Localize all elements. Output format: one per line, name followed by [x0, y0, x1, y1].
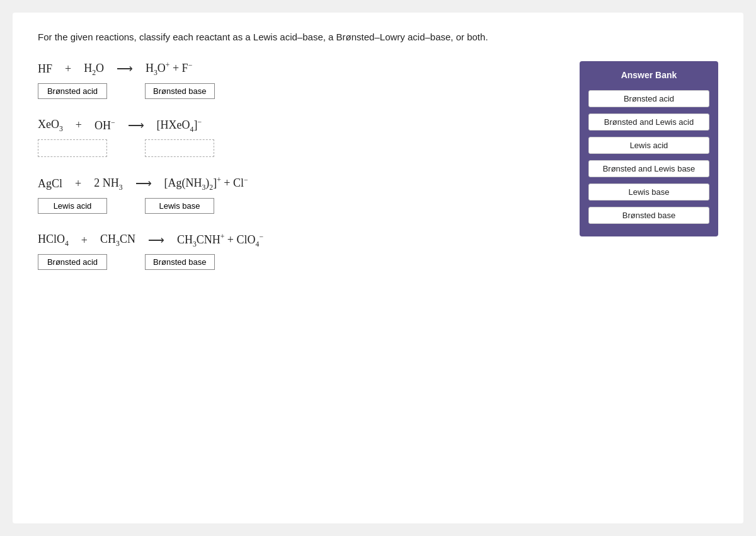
label-box-r2-reactant2[interactable]: [145, 139, 214, 157]
answer-bank: Answer Bank Brønsted acid Brønsted and L…: [580, 61, 718, 236]
reaction-equation-3: AgCl + 2 NH3 ⟶ [Ag(NH3)2]+ + Cl−: [38, 176, 567, 192]
reaction-equation-1: HF + H2O ⟶ H3O+ + F−: [38, 61, 567, 77]
answer-bank-bronsted-base[interactable]: Brønsted base: [588, 207, 709, 224]
main-content: HF + H2O ⟶ H3O+ + F− Brønsted acid Brøns…: [38, 61, 718, 289]
reactant1-r2: XeO3: [38, 118, 63, 133]
reactant2-r1: H2O: [84, 62, 104, 77]
label-box-r4-reactant2[interactable]: Brønsted base: [145, 254, 215, 270]
label-box-r3-reactant1[interactable]: Lewis acid: [38, 198, 107, 214]
reaction-block-1: HF + H2O ⟶ H3O+ + F− Brønsted acid Brøns…: [38, 61, 567, 99]
label-box-r4-reactant1[interactable]: Brønsted acid: [38, 254, 107, 270]
answer-bank-title: Answer Bank: [588, 70, 709, 80]
reaction-labels-3: Lewis acid Lewis base: [38, 198, 567, 214]
reactant2-r2: OH−: [94, 119, 115, 132]
instructions-text: For the given reactions, classify each r…: [38, 32, 718, 42]
reaction-labels-4: Brønsted acid Brønsted base: [38, 254, 567, 270]
plus-r3: +: [75, 177, 81, 190]
answer-bank-lewis-acid[interactable]: Lewis acid: [588, 137, 709, 154]
arrow-r3: ⟶: [135, 177, 152, 190]
product-r3: [Ag(NH3)2]+ + Cl−: [164, 176, 248, 192]
product-r4: CH3CNH+ + ClO4−: [177, 233, 263, 248]
answer-bank-lewis-base[interactable]: Lewis base: [588, 184, 709, 201]
label-box-r2-reactant1[interactable]: [38, 139, 107, 157]
product-r1: H3O+ + F−: [146, 61, 192, 77]
page-container: For the given reactions, classify each r…: [13, 13, 743, 523]
label-box-r3-reactant2[interactable]: Lewis base: [145, 198, 214, 214]
arrow-r4: ⟶: [148, 233, 164, 247]
answer-bank-bronsted-lewis-acid[interactable]: Brønsted and Lewis acid: [588, 114, 709, 131]
answer-bank-bronsted-acid[interactable]: Brønsted acid: [588, 90, 709, 107]
reaction-block-2: XeO3 + OH− ⟶ [HXeO4]−: [38, 118, 567, 158]
label-box-r1-reactant2[interactable]: Brønsted base: [145, 83, 215, 99]
reaction-block-3: AgCl + 2 NH3 ⟶ [Ag(NH3)2]+ + Cl− Lewis a…: [38, 176, 567, 214]
plus-r1: +: [65, 62, 71, 76]
reactant2-r3: 2 NH3: [94, 177, 122, 192]
reaction-labels-1: Brønsted acid Brønsted base: [38, 83, 567, 99]
label-box-r1-reactant1[interactable]: Brønsted acid: [38, 83, 107, 99]
reactant1-r3: AgCl: [38, 177, 62, 190]
reactant1-r1: HF: [38, 62, 52, 76]
answer-bank-bronsted-lewis-base[interactable]: Brønsted and Lewis base: [588, 160, 709, 177]
reactions-area: HF + H2O ⟶ H3O+ + F− Brønsted acid Brøns…: [38, 61, 567, 289]
arrow-r2: ⟶: [128, 119, 144, 132]
reaction-labels-2: [38, 139, 567, 157]
reactant1-r4: HClO4: [38, 233, 69, 248]
reaction-block-4: HClO4 + CH3CN ⟶ CH3CNH+ + ClO4− Brønsted…: [38, 233, 567, 271]
plus-r4: +: [81, 234, 88, 247]
reactant2-r4: CH3CN: [100, 233, 135, 248]
arrow-r1: ⟶: [117, 62, 133, 76]
product-r2: [HXeO4]−: [157, 118, 202, 134]
reaction-equation-4: HClO4 + CH3CN ⟶ CH3CNH+ + ClO4−: [38, 233, 567, 248]
reaction-equation-2: XeO3 + OH− ⟶ [HXeO4]−: [38, 118, 567, 134]
plus-r2: +: [76, 119, 82, 132]
